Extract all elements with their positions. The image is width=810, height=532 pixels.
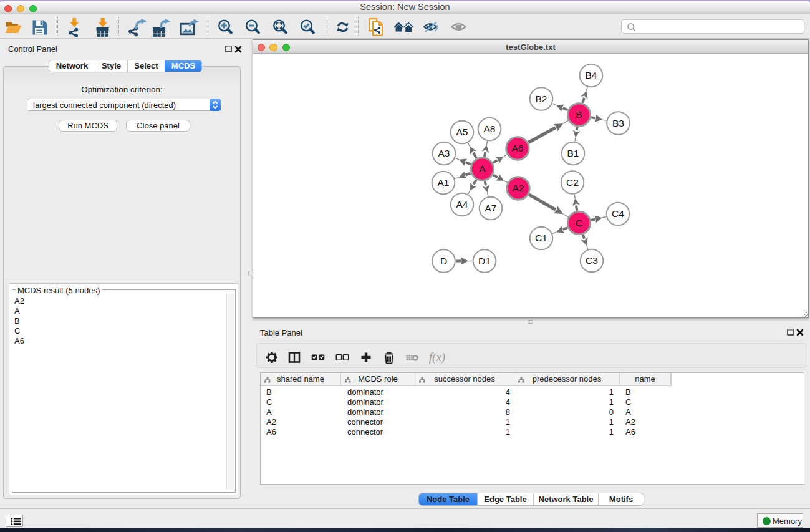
svg-text:A6: A6: [512, 143, 524, 153]
svg-text:D: D: [440, 256, 447, 266]
svg-text:C1: C1: [535, 233, 547, 243]
svg-text:A4: A4: [456, 199, 468, 210]
svg-text:A7: A7: [485, 203, 497, 213]
svg-text:f(x): f(x): [429, 351, 445, 364]
svg-text:A3: A3: [438, 148, 450, 158]
svg-text:C: C: [576, 218, 582, 228]
svg-text:A2: A2: [513, 183, 524, 193]
svg-text:C4: C4: [612, 208, 624, 219]
svg-text:A8: A8: [484, 123, 496, 134]
svg-text:A1: A1: [438, 177, 450, 188]
svg-text:B3: B3: [612, 118, 624, 128]
svg-text:A5: A5: [456, 127, 468, 137]
svg-text:B2: B2: [536, 94, 547, 104]
svg-text:B: B: [576, 109, 582, 120]
svg-text:D1: D1: [478, 256, 491, 266]
svg-text:A: A: [479, 163, 486, 174]
svg-text:B4: B4: [586, 70, 597, 80]
svg-text:B1: B1: [567, 148, 579, 158]
svg-text:C3: C3: [586, 255, 598, 266]
svg-text:C2: C2: [566, 177, 579, 188]
